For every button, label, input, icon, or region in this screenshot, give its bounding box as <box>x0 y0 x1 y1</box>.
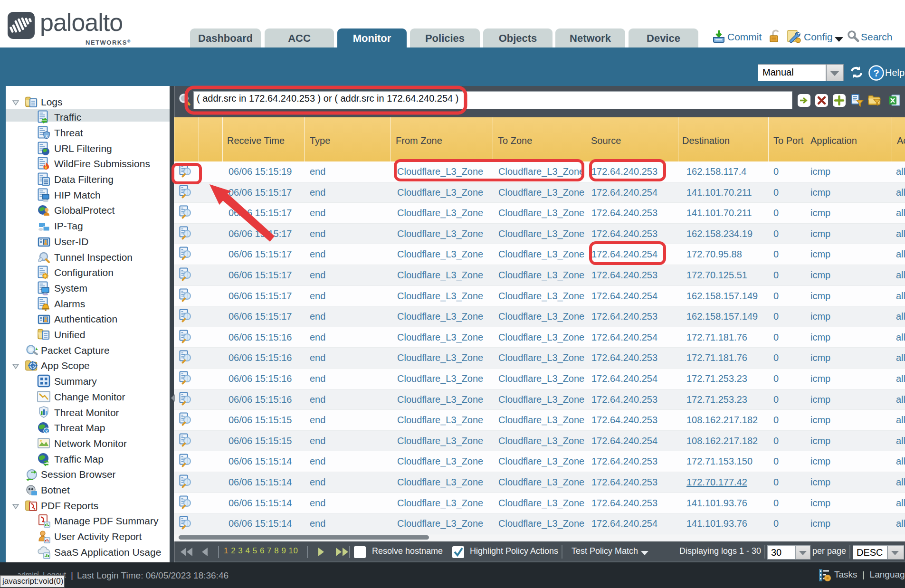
svg-text:x: x <box>45 429 48 434</box>
svg-text:x: x <box>46 133 48 139</box>
svg-text:?: ? <box>873 68 879 78</box>
